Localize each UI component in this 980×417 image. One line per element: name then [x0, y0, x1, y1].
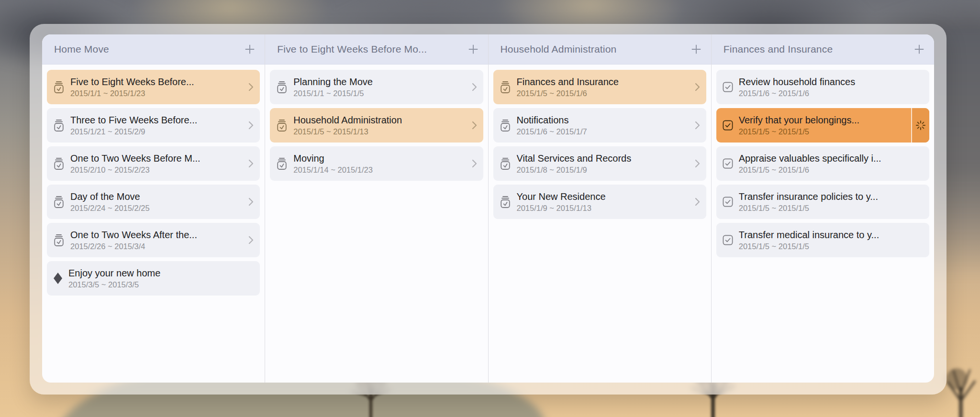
chevron-right-icon[interactable]: [472, 83, 477, 91]
column-home-move: Home Move Five to Eight Weeks Before... …: [42, 34, 265, 383]
card-dates: 2015/1/5 ~ 2015/1/13: [293, 127, 402, 136]
card-title: Appraise valuables specifically i...: [739, 153, 881, 164]
stacked-checkbox-icon: [276, 119, 288, 132]
chevron-right-icon[interactable]: [695, 198, 700, 206]
card-title: Review household finances: [739, 76, 856, 88]
stacked-checkbox-icon: [500, 157, 511, 170]
column-five-to-eight-weeks: Five to Eight Weeks Before Mo... Plannin…: [265, 34, 488, 383]
card-dates: 2015/1/6 ~ 2015/1/7: [517, 127, 587, 136]
task-card[interactable]: Appraise valuables specifically i... 201…: [716, 146, 929, 181]
chevron-right-icon[interactable]: [248, 198, 254, 206]
chevron-right-icon[interactable]: [695, 159, 700, 168]
checkbox-icon: [723, 82, 733, 92]
plus-icon: [245, 44, 255, 55]
card-title: Moving: [293, 153, 373, 164]
chevron-right-icon[interactable]: [248, 236, 254, 244]
task-card[interactable]: Vital Services and Records 2015/1/8 ~ 20…: [493, 146, 706, 181]
card-title: Five to Eight Weeks Before...: [70, 76, 194, 88]
milestone-card[interactable]: Enjoy your new home 2015/3/5 ~ 2015/3/5: [47, 261, 260, 296]
plus-icon: [691, 44, 702, 55]
column-household-administration: Household Administration Finances and In…: [488, 34, 711, 383]
card-list: Finances and Insurance 2015/1/5 ~ 2015/1…: [489, 65, 711, 224]
column-title: Household Administration: [501, 44, 689, 55]
card-dates: 2015/1/5 ~ 2015/1/5: [739, 241, 879, 251]
task-card[interactable]: Five to Eight Weeks Before... 2015/1/1 ~…: [47, 70, 260, 104]
chevron-right-icon[interactable]: [472, 159, 477, 168]
column-header: Finances and Insurance: [712, 34, 934, 65]
card-dates: 2015/3/5 ~ 2015/3/5: [68, 280, 160, 289]
kanban-board: Home Move Five to Eight Weeks Before... …: [30, 24, 947, 395]
task-card[interactable]: Your New Residence 2015/1/9 ~ 2015/1/13: [493, 185, 706, 219]
card-dates: 2015/2/24 ~ 2015/2/25: [70, 203, 150, 213]
chevron-right-icon[interactable]: [472, 121, 477, 130]
board-columns: Home Move Five to Eight Weeks Before... …: [42, 34, 934, 383]
card-title: Finances and Insurance: [517, 76, 619, 88]
card-dates: 2015/1/21 ~ 2015/2/9: [70, 127, 197, 136]
card-title: Your New Residence: [517, 191, 606, 202]
card-dates: 2015/2/10 ~ 2015/2/23: [70, 165, 200, 175]
card-dates: 2015/1/8 ~ 2015/1/9: [517, 165, 632, 175]
card-title: Verify that your belongings...: [739, 114, 859, 126]
card-title: Vital Services and Records: [517, 153, 632, 164]
stacked-checkbox-icon: [500, 119, 511, 132]
task-card-selected[interactable]: Verify that your belongings... 2015/1/5 …: [716, 108, 929, 143]
task-card[interactable]: Planning the Move 2015/1/1 ~ 2015/1/5: [270, 70, 483, 104]
card-title: Enjoy your new home: [68, 267, 160, 279]
plus-icon: [468, 44, 479, 55]
chevron-right-icon[interactable]: [248, 83, 254, 91]
task-card[interactable]: Day of the Move 2015/2/24 ~ 2015/2/25: [47, 185, 260, 219]
add-card-button[interactable]: [912, 42, 926, 56]
card-title: Transfer medical insurance to y...: [739, 229, 879, 241]
column-finances-and-insurance: Finances and Insurance Review household …: [711, 34, 934, 383]
card-dates: 2015/1/6 ~ 2015/1/6: [739, 88, 856, 98]
checkbox-icon: [723, 197, 733, 207]
stacked-checkbox-icon: [53, 196, 65, 208]
add-card-button[interactable]: [466, 42, 480, 56]
column-header: Home Move: [42, 34, 265, 65]
card-title: One to Two Weeks After the...: [70, 229, 197, 241]
add-card-button[interactable]: [689, 42, 703, 56]
card-title: One to Two Weeks Before M...: [70, 153, 200, 164]
card-title: Notifications: [517, 114, 587, 126]
task-card[interactable]: Three to Five Weeks Before... 2015/1/21 …: [47, 108, 260, 143]
column-title: Five to Eight Weeks Before Mo...: [277, 44, 466, 55]
card-title: Planning the Move: [293, 76, 373, 88]
task-card[interactable]: Review household finances 2015/1/6 ~ 201…: [716, 70, 929, 104]
column-title: Home Move: [54, 44, 243, 55]
card-list: Review household finances 2015/1/6 ~ 201…: [712, 65, 934, 263]
plus-icon: [914, 44, 924, 55]
card-dates: 2015/1/5 ~ 2015/1/6: [739, 165, 881, 175]
chevron-right-icon[interactable]: [695, 121, 700, 130]
stacked-checkbox-icon: [276, 157, 288, 170]
chevron-right-icon[interactable]: [248, 159, 254, 168]
task-card[interactable]: Notifications 2015/1/6 ~ 2015/1/7: [493, 108, 706, 143]
task-card[interactable]: One to Two Weeks After the... 2015/2/26 …: [47, 223, 260, 257]
card-title: Day of the Move: [70, 191, 150, 202]
task-card[interactable]: One to Two Weeks Before M... 2015/2/10 ~…: [47, 146, 260, 181]
task-card[interactable]: Household Administration 2015/1/5 ~ 2015…: [270, 108, 483, 143]
stacked-checkbox-icon: [53, 157, 65, 170]
stacked-checkbox-icon: [276, 81, 288, 94]
card-list: Five to Eight Weeks Before... 2015/1/1 ~…: [42, 65, 265, 301]
checkbox-icon: [723, 120, 733, 131]
card-dates: 2015/1/5 ~ 2015/1/5: [739, 203, 878, 213]
stacked-checkbox-icon: [53, 119, 65, 132]
card-dates: 2015/2/26 ~ 2015/3/4: [70, 241, 197, 251]
card-title: Household Administration: [293, 114, 402, 126]
card-title: Transfer insurance policies to y...: [739, 191, 878, 202]
task-card[interactable]: Finances and Insurance 2015/1/5 ~ 2015/1…: [493, 70, 706, 104]
card-dates: 2015/1/1 ~ 2015/1/23: [70, 88, 194, 98]
card-dates: 2015/1/5 ~ 2015/1/5: [739, 127, 859, 136]
checkbox-icon: [723, 235, 733, 245]
busy-indicator: [911, 108, 929, 143]
task-card[interactable]: Transfer insurance policies to y... 2015…: [716, 185, 929, 219]
chevron-right-icon[interactable]: [695, 83, 700, 91]
card-dates: 2015/1/14 ~ 2015/1/23: [293, 165, 373, 175]
add-card-button[interactable]: [243, 42, 257, 56]
task-card[interactable]: Transfer medical insurance to y... 2015/…: [716, 223, 929, 257]
task-card[interactable]: Moving 2015/1/14 ~ 2015/1/23: [270, 146, 483, 181]
column-header: Household Administration: [489, 34, 711, 65]
chevron-right-icon[interactable]: [248, 121, 254, 130]
card-dates: 2015/1/5 ~ 2015/1/6: [517, 88, 619, 98]
stacked-checkbox-icon: [500, 196, 511, 208]
